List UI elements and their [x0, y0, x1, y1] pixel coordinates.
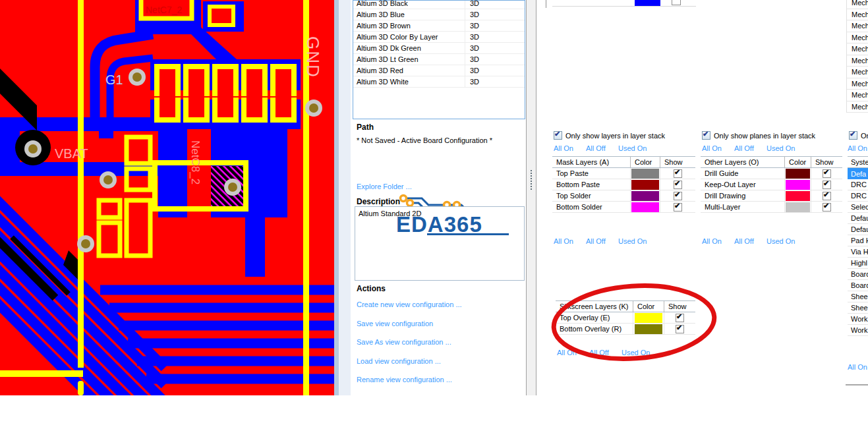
show-checkbox[interactable]	[823, 192, 831, 200]
list-item[interactable]: Altium 3D Brown3D	[353, 20, 525, 32]
color-swatch[interactable]	[635, 0, 660, 6]
show-checkbox[interactable]	[823, 181, 831, 189]
show-checkbox[interactable]	[823, 169, 831, 178]
mech-layer-row[interactable]: Mech	[847, 90, 868, 101]
table-row[interactable]: Work	[848, 325, 868, 336]
mech-layer-row[interactable]: Mech	[847, 32, 868, 44]
mask-all-on-link[interactable]: All On	[554, 144, 573, 152]
view-configurations-list[interactable]: Altium 3D Black3D Altium 3D Blue3D Altiu…	[353, 0, 525, 119]
show-checkbox[interactable]	[674, 203, 682, 212]
mask-all-off-link[interactable]: All Off	[586, 144, 606, 152]
load-view-configuration-link[interactable]: Load view configuration ...	[357, 357, 441, 365]
other-all-off-link[interactable]: All Off	[734, 144, 754, 152]
panel-splitter[interactable]	[526, 0, 536, 395]
list-item[interactable]: Altium 3D Lt Green3D	[353, 54, 525, 65]
list-item[interactable]: Altium 3D Black3D	[353, 0, 525, 9]
table-row[interactable]: Pad H	[848, 235, 868, 246]
color-swatch[interactable]	[631, 202, 659, 212]
table-row[interactable]: Board	[848, 269, 868, 280]
show-checkbox[interactable]	[676, 314, 684, 322]
table-row[interactable]: Defau	[848, 213, 868, 224]
table-row[interactable]: Drill Drawing	[701, 190, 842, 202]
table-row[interactable]: Bottom Paste	[552, 179, 695, 190]
mech-layer-row[interactable]: Mech	[847, 9, 868, 21]
color-swatch[interactable]	[635, 313, 662, 323]
color-swatch[interactable]	[786, 202, 810, 212]
table-row[interactable]: Bottom Overlay (R)	[556, 324, 695, 335]
other-all-off-link-2[interactable]: All Off	[734, 237, 754, 245]
table-row[interactable]: Top Paste	[552, 168, 695, 179]
mask-all-off-link-2[interactable]: All Off	[586, 237, 606, 245]
mech-layer-row[interactable]: Mech	[847, 43, 868, 55]
silk-all-on-link[interactable]: All On	[557, 349, 577, 356]
save-as-view-configuration-link[interactable]: Save As view configuration ...	[357, 338, 451, 346]
rename-view-configuration-link[interactable]: Rename view configuration ...	[357, 376, 452, 384]
only-show-planes-filter[interactable]: Only show planes in layer stack	[702, 131, 815, 140]
color-swatch[interactable]	[631, 169, 659, 179]
table-row[interactable]: Shee	[848, 302, 868, 314]
table-row[interactable]: Top Overlay (E)	[556, 312, 695, 324]
clipped-footer-all-on-link[interactable]: All On	[848, 363, 867, 371]
other-used-on-link-2[interactable]: Used On	[767, 237, 795, 245]
silk-all-off-link[interactable]: All Off	[589, 349, 609, 356]
splitter-grip[interactable]	[527, 170, 536, 190]
table-row[interactable]: Bottom Solder	[552, 202, 695, 213]
mech-layer-row[interactable]: Mech	[847, 55, 868, 67]
table-row[interactable]: Via H	[848, 246, 868, 258]
table-row[interactable]: Selec	[848, 202, 868, 213]
show-checkbox[interactable]	[674, 192, 682, 200]
list-item[interactable]: Altium 3D White3D	[353, 76, 525, 88]
mech-layer-row[interactable]: Mech	[847, 78, 868, 90]
table-row-selected[interactable]: Defa	[848, 168, 868, 179]
table-row[interactable]: Multi-Layer	[701, 202, 842, 213]
filter-checkbox[interactable]	[554, 131, 562, 140]
filter-checkbox[interactable]	[849, 131, 857, 140]
clipped-all-on-link[interactable]: All On	[848, 144, 867, 152]
show-checkbox[interactable]	[672, 0, 681, 5]
filter-checkbox[interactable]	[702, 131, 710, 140]
silk-used-on-link[interactable]: Used On	[622, 349, 650, 356]
list-item[interactable]: Altium 3D Dk Green3D	[353, 43, 525, 54]
other-all-on-link-2[interactable]: All On	[702, 237, 722, 245]
show-checkbox[interactable]	[676, 325, 684, 333]
eda365-watermark: EDA365	[396, 214, 482, 235]
only-show-layers-filter[interactable]: Only show layers in layer stack	[554, 131, 665, 140]
color-swatch[interactable]	[786, 191, 810, 201]
show-checkbox[interactable]	[674, 181, 682, 189]
table-row[interactable]: Drill Guide	[701, 168, 842, 179]
list-item[interactable]: Altium 3D Blue3D	[353, 9, 525, 20]
save-view-configuration-link[interactable]: Save view configuration	[357, 320, 433, 327]
table-row[interactable]: Work	[848, 314, 868, 325]
table-row[interactable]: Keep-Out Layer	[701, 179, 842, 190]
show-checkbox[interactable]	[674, 169, 682, 178]
table-row[interactable]: Top Solder	[552, 190, 695, 202]
color-swatch[interactable]	[631, 180, 659, 190]
list-item[interactable]: Altium 3D Color By Layer3D	[353, 32, 525, 43]
show-checkbox[interactable]	[823, 203, 831, 212]
table-row[interactable]: Shee	[848, 291, 868, 302]
eda365-underline	[427, 233, 509, 235]
list-item[interactable]: Altium 3D Red3D	[353, 65, 525, 76]
mask-all-on-link-2[interactable]: All On	[554, 237, 573, 245]
description-box[interactable]: Altium Standard 2D EDA365	[355, 206, 525, 281]
other-used-on-link[interactable]: Used On	[767, 144, 795, 152]
table-row[interactable]: Highl	[848, 258, 868, 269]
mask-used-on-link-2[interactable]: Used On	[618, 237, 647, 245]
mech-layer-row[interactable]: Mech	[847, 101, 868, 113]
color-swatch[interactable]	[635, 324, 662, 334]
clipped-filter[interactable]: Only	[849, 131, 868, 140]
table-row[interactable]: Defau	[848, 224, 868, 235]
pcb-editor-canvas[interactable]: NetC7_2 VBAT G1 GND NetC8_2	[0, 0, 336, 395]
mech-layer-row[interactable]: Mech	[847, 20, 868, 32]
other-all-on-link[interactable]: All On	[702, 144, 722, 152]
color-swatch[interactable]	[786, 180, 810, 190]
table-row[interactable]: Board	[848, 280, 868, 291]
table-row[interactable]: DRC	[848, 179, 868, 190]
mask-used-on-link[interactable]: Used On	[618, 144, 647, 152]
color-swatch[interactable]	[786, 169, 810, 179]
mech-layer-row[interactable]: Mech	[847, 0, 868, 9]
create-view-configuration-link[interactable]: Create new view configuration ...	[357, 300, 462, 308]
color-swatch[interactable]	[631, 191, 659, 201]
mech-layer-row[interactable]: Mech	[847, 67, 868, 78]
table-row[interactable]: DRC	[848, 190, 868, 202]
